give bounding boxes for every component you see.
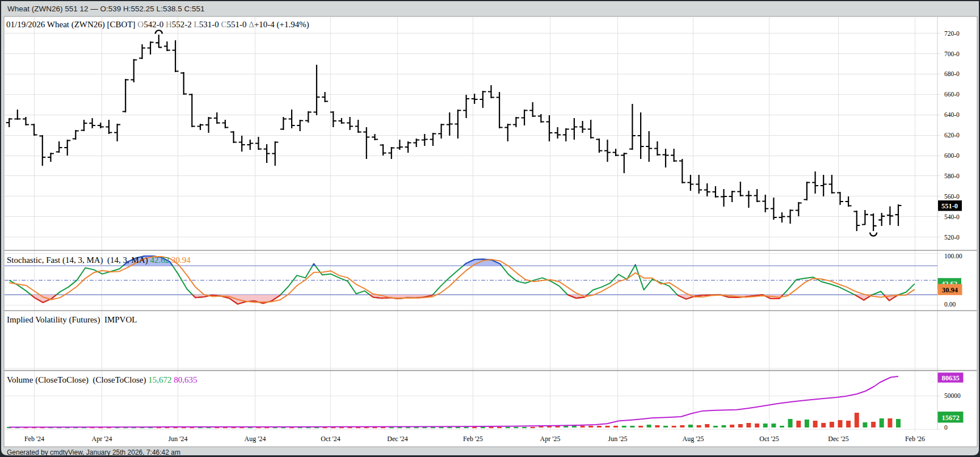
svg-text:Dec '25: Dec '25 (828, 435, 848, 443)
svg-text:Feb '25: Feb '25 (463, 435, 483, 443)
svg-text:Oct '24: Oct '24 (321, 435, 340, 443)
svg-text:Oct '25: Oct '25 (759, 435, 779, 443)
svg-text:01/19/2026 Wheat (ZWN26) [CBOT: 01/19/2026 Wheat (ZWN26) [CBOT] O542-0 H… (6, 20, 309, 30)
svg-text:Volume (CloseToClose) (CloseT: Volume (CloseToClose) (CloseToClose) 15,… (7, 375, 197, 385)
svg-text:0: 0 (944, 424, 948, 431)
svg-text:Aug '24: Aug '24 (245, 435, 266, 443)
svg-text:640-0: 640-0 (944, 111, 960, 118)
svg-text:551-0: 551-0 (941, 202, 958, 210)
svg-text:Apr '25: Apr '25 (540, 435, 561, 443)
svg-text:Jun '25: Jun '25 (608, 435, 628, 443)
svg-text:700-0: 700-0 (944, 51, 960, 57)
svg-text:0.00: 0.00 (944, 301, 956, 308)
svg-text:Jun '24: Jun '24 (169, 435, 188, 443)
svg-text:680-0: 680-0 (944, 70, 960, 77)
svg-text:80635: 80635 (941, 374, 959, 382)
svg-text:Apr '24: Apr '24 (92, 435, 112, 443)
svg-text:Feb '26: Feb '26 (905, 435, 925, 443)
svg-text:Generated by cmdtyView, Januar: Generated by cmdtyView, January 25th 202… (7, 448, 180, 456)
svg-text:560-0: 560-0 (944, 193, 960, 200)
svg-text:600-0: 600-0 (944, 152, 960, 159)
svg-text:540-0: 540-0 (944, 213, 960, 220)
svg-text:Dec '24: Dec '24 (387, 435, 407, 443)
svg-text:660-0: 660-0 (944, 91, 960, 98)
svg-text:Implied Volatility (Futures): Implied Volatility (Futures) IMPVOL (7, 315, 137, 325)
svg-text:Aug '25: Aug '25 (683, 435, 704, 443)
svg-text:100.00: 100.00 (944, 253, 962, 259)
svg-text:580-0: 580-0 (944, 173, 960, 179)
svg-text:30.94: 30.94 (942, 286, 958, 294)
svg-text:520-0: 520-0 (944, 234, 960, 241)
svg-text:720-0: 720-0 (944, 30, 960, 37)
svg-text:50000: 50000 (944, 392, 961, 399)
svg-text:620-0: 620-0 (944, 132, 960, 139)
svg-text:Wheat (ZWN26) 551 12 — O:539 H: Wheat (ZWN26) 551 12 — O:539 H:552.25 L:… (7, 5, 204, 13)
svg-text:Stochastic, Fast (14, 3, MA): Stochastic, Fast (14, 3, MA) (14, 3, MA)… (7, 255, 191, 265)
svg-text:Feb '24: Feb '24 (24, 435, 44, 443)
svg-text:15672: 15672 (941, 414, 959, 422)
